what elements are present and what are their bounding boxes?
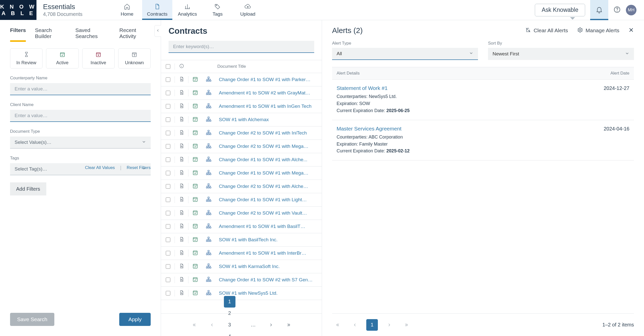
- status-filter-in-review[interactable]: In Review: [10, 48, 43, 69]
- add-filters-button[interactable]: Add Filters: [10, 182, 46, 195]
- document-preview-button[interactable]: [175, 90, 188, 96]
- reset-filters-link[interactable]: Reset Filters: [127, 165, 151, 170]
- page-prev[interactable]: [206, 319, 218, 331]
- hierarchy-button[interactable]: [202, 156, 215, 163]
- manage-alerts-button[interactable]: Manage Alerts: [577, 27, 619, 34]
- page-1[interactable]: 1: [224, 296, 235, 308]
- row-checkbox[interactable]: [166, 91, 170, 95]
- document-preview-button[interactable]: [175, 250, 188, 256]
- nav-analytics[interactable]: Analytics: [172, 0, 203, 20]
- tab-filters[interactable]: Filters: [10, 27, 26, 42]
- brand-logo[interactable]: K N O W A B L E: [0, 0, 36, 20]
- hierarchy-button[interactable]: [202, 103, 215, 110]
- tab-recent-activity[interactable]: Recent Activity: [119, 27, 151, 42]
- document-preview-button[interactable]: [175, 196, 188, 203]
- row-checkbox[interactable]: [166, 197, 170, 202]
- alert-type-select[interactable]: All: [332, 48, 478, 60]
- row-checkbox[interactable]: [166, 238, 170, 242]
- hierarchy-button[interactable]: [202, 170, 215, 177]
- doctype-select[interactable]: Select Value(s)…: [10, 137, 151, 149]
- page-next[interactable]: [265, 319, 277, 331]
- hierarchy-button[interactable]: [202, 116, 215, 123]
- hierarchy-button[interactable]: [202, 210, 215, 217]
- page-last[interactable]: [283, 319, 294, 331]
- ask-knowable-button[interactable]: Ask Knowable: [535, 4, 585, 16]
- user-avatar[interactable]: MH: [626, 5, 636, 15]
- hierarchy-button[interactable]: [202, 276, 215, 283]
- document-title-link[interactable]: Amendment #1 to SOW #1 with InGen Tech: [215, 104, 322, 109]
- row-checkbox[interactable]: [166, 278, 170, 282]
- clear-all-alerts-button[interactable]: Clear All Alerts: [525, 27, 568, 34]
- counterparty-input[interactable]: [10, 83, 151, 95]
- document-title-header[interactable]: Document Title: [188, 64, 246, 69]
- document-preview-button[interactable]: [175, 210, 188, 216]
- apply-button[interactable]: Apply: [119, 313, 151, 326]
- page-first[interactable]: [189, 319, 200, 331]
- alert-document-link[interactable]: Master Services Agreement: [337, 126, 401, 132]
- help-button[interactable]: [613, 6, 621, 14]
- client-input[interactable]: [10, 110, 151, 122]
- alert-document-link[interactable]: Statement of Work #1: [337, 85, 388, 91]
- document-title-link[interactable]: Change Order #1 to SOW #1 with Alche...: [215, 157, 322, 162]
- row-checkbox[interactable]: [166, 104, 170, 109]
- row-checkbox[interactable]: [166, 184, 170, 189]
- document-title-link[interactable]: Change Order #1 to SOW #1 with Light…: [215, 197, 322, 203]
- document-preview-button[interactable]: [175, 103, 188, 110]
- hierarchy-button[interactable]: [202, 183, 215, 190]
- hierarchy-button[interactable]: [202, 290, 215, 297]
- document-title-link[interactable]: Amendment #1 to SOW #1 with InterBr…: [215, 250, 322, 256]
- hierarchy-button[interactable]: [202, 89, 215, 96]
- document-preview-button[interactable]: [175, 156, 188, 163]
- hierarchy-button[interactable]: [202, 143, 215, 150]
- row-checkbox[interactable]: [166, 157, 170, 162]
- nav-upload[interactable]: Upload: [233, 0, 263, 20]
- alerts-page-first[interactable]: [332, 319, 344, 331]
- page-4[interactable]: 4: [224, 331, 235, 336]
- document-title-link[interactable]: Change Order #1 to SOW #1 with Parker…: [215, 77, 322, 82]
- tab-saved-searches[interactable]: Saved Searches: [75, 27, 110, 42]
- row-checkbox[interactable]: [166, 117, 170, 122]
- document-preview-button[interactable]: [175, 183, 188, 190]
- document-title-link[interactable]: Change Order #1 to SOW #1 with Mega…: [215, 170, 322, 176]
- nav-home[interactable]: Home: [112, 0, 142, 20]
- alerts-page-prev[interactable]: [349, 319, 361, 331]
- collapse-sidebar-button[interactable]: [154, 25, 161, 37]
- row-checkbox[interactable]: [166, 171, 170, 175]
- document-preview-button[interactable]: [175, 116, 188, 123]
- nav-tags[interactable]: Tags: [203, 0, 233, 20]
- hierarchy-button[interactable]: [202, 250, 215, 257]
- document-title-link[interactable]: Change Order #2 to SOW #1 with Alche…: [215, 184, 322, 189]
- document-title-link[interactable]: SOW #1 with NewSys5 Ltd.: [215, 290, 322, 296]
- document-title-link[interactable]: SOW #1 with BasilTech Inc.: [215, 237, 322, 243]
- alerts-page-next[interactable]: [383, 319, 395, 331]
- document-title-link[interactable]: SOW #1 with KarmaSoft Inc.: [215, 264, 322, 269]
- row-checkbox[interactable]: [166, 77, 170, 82]
- page-2[interactable]: 2: [224, 308, 235, 319]
- document-preview-button[interactable]: [175, 223, 188, 230]
- document-preview-button[interactable]: [175, 290, 188, 296]
- row-checkbox[interactable]: [166, 224, 170, 229]
- row-checkbox[interactable]: [166, 144, 170, 149]
- status-filter-unknown[interactable]: Unknown: [118, 48, 151, 69]
- row-checkbox[interactable]: [166, 251, 170, 255]
- status-filter-inactive[interactable]: Inactive: [82, 48, 115, 69]
- hierarchy-button[interactable]: [202, 129, 215, 137]
- document-preview-button[interactable]: [175, 263, 188, 270]
- clear-all-values-link[interactable]: Clear All Values: [85, 165, 115, 170]
- hierarchy-button[interactable]: [202, 236, 215, 243]
- alerts-page-1[interactable]: 1: [366, 319, 378, 331]
- document-title-link[interactable]: Amendment #1 to SOW #2 with GrayMat…: [215, 90, 322, 96]
- document-preview-button[interactable]: [175, 237, 188, 243]
- document-preview-button[interactable]: [175, 277, 188, 283]
- sort-by-select[interactable]: Newest First: [488, 48, 634, 60]
- row-checkbox[interactable]: [166, 131, 170, 135]
- document-title-link[interactable]: SOW #1 with Alchemax: [215, 117, 322, 122]
- document-title-link[interactable]: Amendment #1 to SOW #1 with BasilT…: [215, 224, 322, 229]
- status-filter-active[interactable]: Active: [46, 48, 78, 69]
- document-preview-button[interactable]: [175, 170, 188, 176]
- row-checkbox[interactable]: [166, 264, 170, 269]
- row-checkbox[interactable]: [166, 291, 170, 295]
- tab-search-builder[interactable]: Search Builder: [35, 27, 66, 42]
- select-all-checkbox[interactable]: [166, 64, 170, 69]
- document-title-link[interactable]: Change Order #2 to SOW #1 with Vault…: [215, 210, 322, 216]
